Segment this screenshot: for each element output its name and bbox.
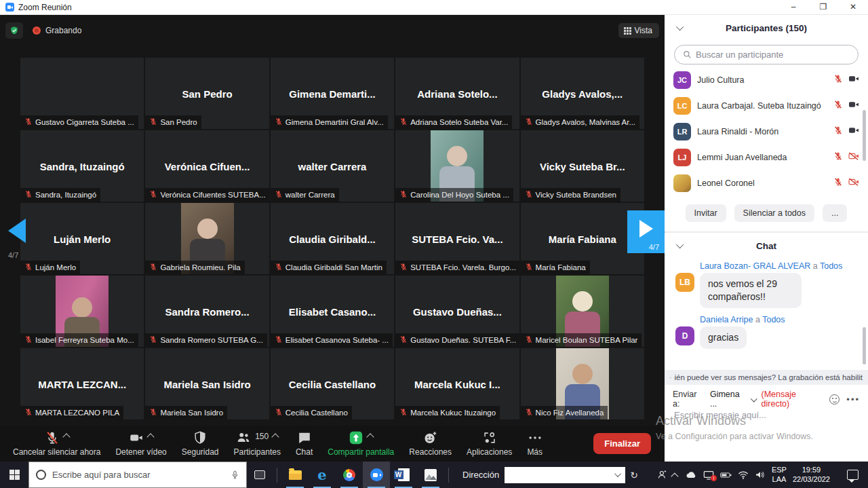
- toolbar-item-label: Reacciones: [409, 447, 452, 457]
- onedrive-cloud-icon[interactable]: [685, 470, 697, 479]
- invite-button[interactable]: Invitar: [686, 204, 726, 222]
- view-button[interactable]: Vista: [618, 23, 659, 38]
- taskbar-search-input[interactable]: Escribe aquí para buscar: [28, 462, 247, 488]
- toolbar-item-video[interactable]: Detener vídeo: [108, 426, 174, 462]
- participant-row[interactable]: Leonel Coronel: [665, 170, 868, 196]
- video-tile[interactable]: Elisabet Casano... Elisabet Casanova Sut…: [271, 276, 394, 347]
- toolbar-item-share[interactable]: Compartir pantalla: [320, 426, 401, 462]
- participant-row[interactable]: LR Laura Rinaldi - Morón: [665, 119, 868, 145]
- video-tile[interactable]: Isabel Ferreyra Suteba Mo...: [20, 276, 144, 347]
- search-mic-icon[interactable]: [231, 470, 239, 480]
- video-tile[interactable]: Sandra Romero... Sandra Romero SUTEBA G.…: [145, 276, 269, 347]
- video-tile[interactable]: Cecilia Castellano Cecilia Castellano: [271, 348, 394, 419]
- start-button[interactable]: [0, 462, 28, 488]
- chevron-up-icon[interactable]: [272, 433, 279, 440]
- video-tile[interactable]: Luján Merlo Luján Merlo: [20, 203, 144, 274]
- tile-name-label: Sandra Romero SUTEBA G...: [145, 333, 267, 347]
- close-icon[interactable]: ✕: [838, 0, 868, 14]
- video-tile[interactable]: Gustavo Dueñas... Gustavo Dueñas. SUTEBA…: [395, 276, 519, 347]
- video-tile[interactable]: SUTEBA Fcio. Va... SUTEBA Fcio. Varela. …: [395, 203, 519, 274]
- chevron-up-icon[interactable]: [367, 433, 374, 440]
- security-shield-icon[interactable]: [5, 22, 23, 39]
- toolbar-item-mic-off[interactable]: Cancelar silenciar ahora: [5, 426, 108, 462]
- video-tile[interactable]: Nico Fiz Avellaneda: [521, 348, 644, 419]
- toolbar-item-people[interactable]: 150 Participantes: [226, 426, 288, 462]
- restore-icon[interactable]: ❐: [808, 0, 838, 14]
- participant-row[interactable]: JC Julio Cultura: [665, 67, 868, 93]
- video-tile[interactable]: Gabriela Roumieu. Pila: [145, 203, 269, 274]
- participants-scrollbar[interactable]: [863, 110, 866, 161]
- video-tile[interactable]: Carolina Del Hoyo Suteba ...: [395, 130, 519, 202]
- video-tile[interactable]: Gustavo Cigarreta Suteba ...: [20, 58, 144, 129]
- video-tile[interactable]: María Fabiana María Fabiana: [521, 203, 644, 274]
- avatar: LR: [673, 123, 691, 140]
- participant-search-input[interactable]: Buscar un participante: [674, 45, 859, 64]
- chevron-up-icon[interactable]: [146, 433, 154, 440]
- mic-muted-icon: [149, 263, 157, 272]
- participant-row[interactable]: LJ Lemmi Juan Avellaneda: [665, 145, 868, 170]
- video-tile[interactable]: Adriana Sotelo... Adriana Sotelo Suteba …: [395, 58, 519, 129]
- people-tray-icon[interactable]: [657, 470, 667, 480]
- toolbar-item-reactions[interactable]: Reacciones: [401, 426, 459, 462]
- emoji-icon[interactable]: [829, 394, 840, 405]
- recording-indicator[interactable]: Grabando: [33, 26, 81, 35]
- mic-muted-icon: [149, 117, 157, 127]
- taskbar-app-photos[interactable]: [417, 462, 444, 488]
- tile-center-name: MARTA LEZCAN...: [38, 378, 126, 390]
- toolbar-item-more[interactable]: Más: [519, 426, 550, 462]
- video-tile[interactable]: Marcela Kukuc I... Marcela Kukuc Ituzain…: [395, 348, 519, 419]
- speaker-icon[interactable]: [755, 470, 766, 479]
- video-tile[interactable]: Sandra, Ituzaingó Sandra, Ituzaingó: [20, 130, 144, 202]
- minimize-icon[interactable]: –: [778, 0, 808, 14]
- end-meeting-button[interactable]: Finalizar: [593, 433, 651, 454]
- task-view-button[interactable]: [247, 462, 273, 488]
- taskbar-app-word[interactable]: [390, 462, 417, 488]
- chevron-up-icon[interactable]: [62, 433, 70, 440]
- chat-message-input[interactable]: Escribir mensaje aquí...: [674, 410, 766, 420]
- video-tile[interactable]: Gladys Avalos,... Gladys Avalos, Malvina…: [521, 58, 644, 129]
- video-tile[interactable]: MARTA LEZCAN... MARTA LEZCANO PILA: [20, 348, 144, 419]
- chat-more-icon[interactable]: •••: [846, 394, 860, 405]
- mic-muted-icon: [525, 408, 533, 417]
- taskbar-app-zoom[interactable]: [363, 462, 390, 488]
- video-tile[interactable]: Vicky Suteba Br... Vicky Suteba Brandsen: [521, 130, 644, 202]
- video-tile[interactable]: Verónica Cifuen... Verónica Cifuentes SU…: [145, 130, 269, 202]
- send-to-select[interactable]: Gimena ...: [710, 390, 757, 409]
- video-tile[interactable]: Gimena Demarti... Gimena Demartini Gral …: [271, 58, 394, 129]
- message-sender[interactable]: Laura Bozan- GRAL ALVEAR a Todos: [700, 261, 857, 271]
- mute-all-button[interactable]: Silenciar a todos: [734, 204, 814, 222]
- toolbar-item-shield[interactable]: Seguridad: [174, 426, 226, 462]
- toolbar-icon: [349, 430, 363, 448]
- taskbar-app-chrome[interactable]: [336, 462, 363, 488]
- clock[interactable]: 19:59 22/03/2022: [793, 466, 830, 485]
- video-tile[interactable]: Claudia Giribald... Claudia Giribaldi Sa…: [271, 203, 394, 274]
- display-tray-icon[interactable]: !: [703, 470, 714, 480]
- participants-more-button[interactable]: ...: [823, 204, 847, 222]
- next-page-button[interactable]: 4/7: [627, 210, 665, 253]
- toolbar-item-label: Participantes: [234, 447, 281, 457]
- refresh-icon[interactable]: ↻: [625, 470, 643, 481]
- address-input[interactable]: [505, 467, 625, 483]
- participant-row[interactable]: LC Laura Carbajal. Suteba Ituzaingó: [665, 93, 868, 119]
- battery-icon[interactable]: [720, 471, 732, 479]
- chevron-down-icon[interactable]: [676, 23, 684, 31]
- video-tile[interactable]: San Pedro San Pedro: [145, 58, 269, 129]
- video-tile[interactable]: walter Carrera walter Carrera: [271, 130, 394, 202]
- taskbar-app-edge[interactable]: e: [309, 462, 336, 488]
- arrow-left-icon: [8, 219, 26, 243]
- language-indicator[interactable]: ESP LAA: [772, 466, 787, 485]
- toolbar-item-chat[interactable]: Chat: [288, 426, 320, 462]
- hidden-icons-chevron[interactable]: [671, 472, 678, 480]
- video-tile[interactable]: Mariela San Isidro Mariela San Isidro: [145, 348, 269, 419]
- chat-scrollbar[interactable]: [863, 327, 866, 364]
- chevron-down-icon[interactable]: [676, 241, 684, 248]
- prev-page-button[interactable]: 4/7: [8, 219, 35, 259]
- mic-muted-icon: [399, 190, 408, 200]
- taskbar-app-file-explorer[interactable]: [281, 462, 309, 488]
- toolbar-item-apps[interactable]: Aplicaciones: [459, 426, 519, 462]
- message-sender[interactable]: Daniela Arripe a Todos: [700, 315, 857, 324]
- video-tile[interactable]: Maricel Boulan SUTEBA Pilar: [521, 276, 644, 347]
- wifi-icon[interactable]: [738, 471, 749, 479]
- action-center-icon[interactable]: [847, 470, 859, 480]
- mic-muted-icon: [399, 117, 408, 127]
